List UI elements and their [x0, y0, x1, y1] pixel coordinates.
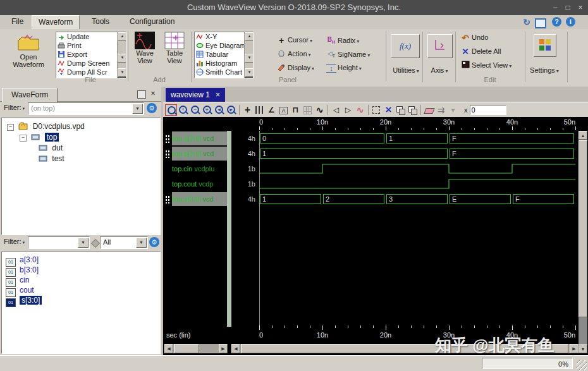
- file-action-update[interactable]: Update: [56, 32, 126, 41]
- grid-icon[interactable]: [302, 104, 314, 116]
- eraser-icon[interactable]: [423, 104, 435, 116]
- select-view-dropdown[interactable]: Select View: [460, 59, 511, 71]
- next-edge-icon[interactable]: [342, 104, 354, 116]
- radix-dropdown[interactable]: BHRadix: [326, 34, 359, 46]
- wave-row[interactable]: top.a[3:0] vcd4h01F: [163, 131, 579, 146]
- scroll-right-icon[interactable]: ▶: [570, 344, 579, 353]
- zoom-fit-icon[interactable]: [201, 104, 213, 116]
- previous-edge-icon[interactable]: [330, 104, 342, 116]
- close-panel-icon[interactable]: ×: [149, 90, 157, 97]
- settings-button[interactable]: [534, 34, 556, 57]
- menu-configuration[interactable]: Configuration: [123, 15, 181, 28]
- zoom-previous-icon[interactable]: [213, 104, 225, 116]
- copy-forward-icon[interactable]: [395, 104, 407, 116]
- display-dropdown[interactable]: Display: [276, 62, 314, 73]
- signame-dropdown[interactable]: ◁TSigName: [326, 48, 370, 59]
- height-dropdown[interactable]: ↕Height: [326, 62, 362, 73]
- add-cursor-icon[interactable]: [242, 104, 254, 116]
- x-position-input[interactable]: [470, 105, 506, 115]
- drag-handle-icon[interactable]: [165, 135, 171, 143]
- zoom-next-icon[interactable]: [225, 104, 237, 116]
- analog-wave-icon[interactable]: [314, 104, 326, 116]
- logic-pulse-icon[interactable]: [290, 104, 302, 116]
- delete-signal-icon[interactable]: [383, 104, 395, 116]
- scroll-up-icon[interactable]: ▲: [118, 32, 126, 41]
- menu-tools[interactable]: Tools: [85, 15, 116, 28]
- signal-trace[interactable]: [259, 161, 579, 176]
- tree-item-top[interactable]: top: [20, 132, 59, 142]
- slope-measure-icon[interactable]: [266, 104, 278, 116]
- signal-name[interactable]: top.cout vcdp: [172, 177, 227, 191]
- scroll-up-icon[interactable]: ▲: [245, 32, 254, 41]
- list-item-a[interactable]: a[3:0]: [6, 255, 39, 265]
- axis-label[interactable]: Axis: [425, 64, 454, 76]
- chevron-down-icon[interactable]: ▼: [132, 104, 143, 114]
- zoom-in-icon[interactable]: [177, 104, 189, 116]
- signal-scope-combo[interactable]: All ▼: [100, 236, 148, 249]
- list-item-cout[interactable]: cout: [6, 285, 34, 295]
- signal-trace[interactable]: 123EF: [259, 192, 579, 207]
- scroll-right-icon[interactable]: ▶: [219, 344, 228, 353]
- tab-close-icon[interactable]: ×: [216, 90, 220, 99]
- menu-waveform[interactable]: Waveform: [32, 15, 80, 29]
- drag-handle-icon[interactable]: [165, 150, 171, 158]
- collapse-icon[interactable]: [7, 124, 14, 131]
- zoom-out-icon[interactable]: [189, 104, 201, 116]
- vertical-scrollbar[interactable]: ▲ ▼: [579, 131, 587, 353]
- copy-back-icon[interactable]: [407, 104, 419, 116]
- settings-label[interactable]: Settings: [526, 64, 563, 76]
- scroll-down-icon[interactable]: ▼: [579, 344, 587, 353]
- close-button[interactable]: ×: [575, 3, 585, 13]
- resize-grip[interactable]: [577, 360, 587, 370]
- file-action-print[interactable]: Print: [56, 41, 126, 50]
- signal-name[interactable]: top.a[3:0] vcd: [172, 131, 227, 145]
- tree-item-dut[interactable]: dut: [39, 143, 63, 153]
- signal-trace-icon[interactable]: [354, 104, 366, 116]
- add-wave-view-button[interactable]: Wave View: [130, 32, 159, 75]
- tab-waveview-1[interactable]: waveview 1×: [166, 88, 225, 102]
- scroll-left-icon[interactable]: ◀: [164, 344, 173, 353]
- signal-filter-combo[interactable]: ▼: [28, 236, 90, 249]
- undo-button[interactable]: ↶Undo: [460, 32, 488, 43]
- maximize-button[interactable]: □: [563, 3, 573, 13]
- wave-row[interactable]: top.cout vcdp1b: [163, 176, 579, 192]
- signal-name[interactable]: top.b[3:0] vcd: [172, 147, 227, 161]
- scroll-down-icon[interactable]: ▼: [118, 54, 126, 63]
- window-layout-icon[interactable]: [535, 18, 546, 28]
- tree-item-test[interactable]: test: [39, 154, 64, 164]
- file-action-export[interactable]: Export: [56, 50, 126, 59]
- refresh-icon[interactable]: [521, 16, 532, 28]
- zoom-select-icon[interactable]: [165, 104, 177, 116]
- pin-icon[interactable]: [91, 239, 100, 248]
- signal-trace[interactable]: [259, 176, 579, 192]
- open-waveform-button[interactable]: Open Waveform: [5, 33, 52, 82]
- list-item-s[interactable]: s[3:0]: [6, 295, 42, 305]
- cursor-dropdown[interactable]: +Cursor: [276, 34, 312, 46]
- view-list-scrollbar[interactable]: ▲ ▼ ▼: [244, 32, 253, 78]
- names-horizontal-scrollbar[interactable]: ◀ ▶: [164, 344, 228, 353]
- vertical-bars-icon[interactable]: [254, 104, 266, 116]
- more-options-icon[interactable]: [447, 104, 459, 116]
- apply-icon[interactable]: [435, 104, 447, 116]
- gear-icon[interactable]: [147, 103, 157, 113]
- help-icon[interactable]: ?: [552, 17, 561, 27]
- file-action-dump-screen[interactable]: Dump Screen: [56, 59, 126, 68]
- action-dropdown[interactable]: Action: [276, 48, 311, 59]
- annotation-icon[interactable]: [278, 104, 290, 116]
- info-icon[interactable]: i: [566, 17, 575, 27]
- axis-button[interactable]: [427, 34, 453, 58]
- minimize-button[interactable]: –: [550, 3, 560, 13]
- filter-label[interactable]: Filter:: [4, 238, 25, 245]
- scroll-down-icon[interactable]: ▼: [245, 54, 254, 63]
- gear-icon[interactable]: [149, 237, 159, 247]
- chevron-down-icon[interactable]: ▼: [136, 238, 147, 248]
- wave-row[interactable]: top.cin vcdplu1b: [163, 161, 579, 176]
- tab-waveform[interactable]: WaveForm: [2, 88, 58, 102]
- scrollbar-thumb[interactable]: [579, 140, 587, 317]
- signal-name[interactable]: top.s[3:0] vcd: [172, 192, 227, 206]
- float-panel-icon[interactable]: [137, 90, 146, 99]
- drag-handle-icon[interactable]: [165, 195, 171, 204]
- scroll-left-icon[interactable]: ◀: [231, 344, 240, 353]
- scrollbar-thumb[interactable]: [174, 344, 199, 353]
- signal-trace[interactable]: 1F: [259, 146, 579, 161]
